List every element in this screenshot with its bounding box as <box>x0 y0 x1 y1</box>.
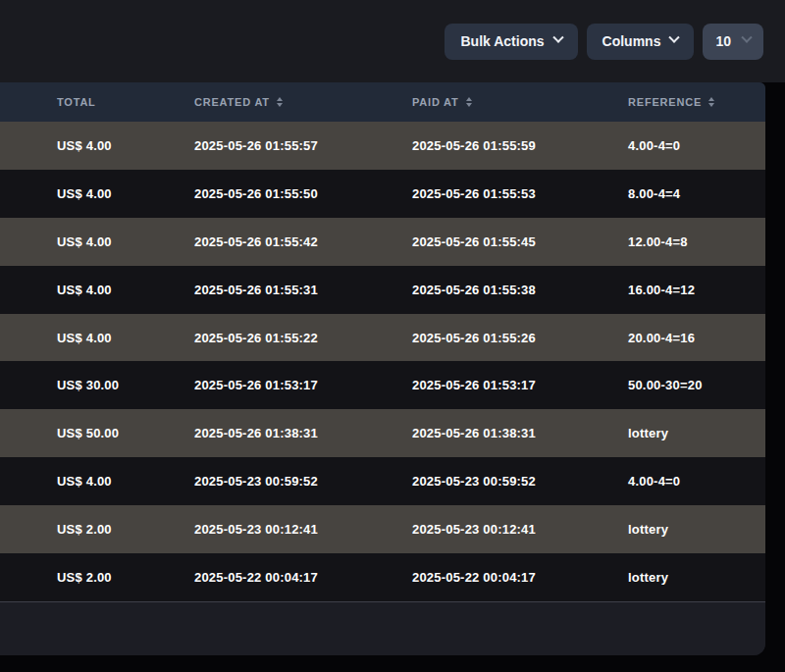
cell-total: US$ 2.00 <box>57 570 194 585</box>
sort-icon <box>708 97 714 107</box>
cell-reference: 16.00-4=12 <box>628 283 765 297</box>
table-row[interactable]: US$ 2.00 2025-05-22 00:04:17 2025-05-22 … <box>0 553 765 601</box>
cell-total: US$ 4.00 <box>57 138 194 153</box>
cell-reference: 20.00-4=16 <box>628 331 765 345</box>
chevron-down-icon <box>741 32 752 43</box>
sort-icon <box>277 97 283 107</box>
columns-label: Columns <box>602 33 661 49</box>
cell-reference: lottery <box>628 522 765 537</box>
column-header-reference[interactable]: Reference <box>628 96 765 108</box>
bulk-actions-label: Bulk Actions <box>460 33 544 49</box>
cell-paid-at: 2025-05-23 00:12:41 <box>412 522 628 537</box>
table-header-row: Total Created At Paid At Reference <box>0 82 765 122</box>
table-row[interactable]: US$ 4.00 2025-05-23 00:59:52 2025-05-23 … <box>0 457 765 505</box>
cell-created-at: 2025-05-26 01:55:42 <box>194 234 412 249</box>
cell-reference: lottery <box>628 570 765 585</box>
column-header-total: Total <box>57 96 194 108</box>
cell-total: US$ 30.00 <box>57 378 194 392</box>
cell-paid-at: 2025-05-23 00:59:52 <box>412 474 628 489</box>
table-row[interactable]: US$ 4.00 2025-05-26 01:55:42 2025-05-26 … <box>0 218 765 266</box>
column-header-created-at[interactable]: Created At <box>194 96 412 108</box>
cell-reference: 50.00-30=20 <box>628 378 765 392</box>
table-footer <box>0 601 765 655</box>
cell-total: US$ 4.00 <box>57 186 194 201</box>
table-row[interactable]: US$ 4.00 2025-05-26 01:55:31 2025-05-26 … <box>0 266 765 314</box>
chevron-down-icon <box>669 32 680 43</box>
chevron-down-icon <box>552 32 563 43</box>
cell-created-at: 2025-05-26 01:55:22 <box>194 331 412 345</box>
column-header-paid-at[interactable]: Paid At <box>412 96 628 108</box>
cell-reference: lottery <box>628 426 765 440</box>
cell-total: US$ 2.00 <box>57 522 194 537</box>
cell-total: US$ 4.00 <box>57 331 194 345</box>
cell-created-at: 2025-05-23 00:12:41 <box>194 522 412 537</box>
cell-reference: 4.00-4=0 <box>628 474 765 489</box>
columns-button[interactable]: Columns <box>587 24 695 60</box>
cell-reference: 4.00-4=0 <box>628 138 765 153</box>
column-header-label: Created At <box>194 96 270 108</box>
sort-icon <box>466 97 472 107</box>
cell-paid-at: 2025-05-26 01:53:17 <box>412 378 628 392</box>
cell-created-at: 2025-05-23 00:59:52 <box>194 474 412 489</box>
column-header-label: Total <box>57 96 96 108</box>
cell-created-at: 2025-05-26 01:38:31 <box>194 426 412 440</box>
cell-paid-at: 2025-05-26 01:38:31 <box>412 426 628 440</box>
cell-paid-at: 2025-05-22 00:04:17 <box>412 570 628 585</box>
table-row[interactable]: US$ 50.00 2025-05-26 01:38:31 2025-05-26… <box>0 409 765 457</box>
table-row[interactable]: US$ 4.00 2025-05-26 01:55:50 2025-05-26 … <box>0 170 765 218</box>
cell-paid-at: 2025-05-26 01:55:45 <box>412 234 628 249</box>
cell-paid-at: 2025-05-26 01:55:26 <box>412 331 628 345</box>
payments-table-card: Total Created At Paid At Reference US$ 4… <box>0 82 765 655</box>
cell-created-at: 2025-05-22 00:04:17 <box>194 570 412 585</box>
bulk-actions-button[interactable]: Bulk Actions <box>445 24 577 60</box>
table-row[interactable]: US$ 2.00 2025-05-23 00:12:41 2025-05-23 … <box>0 505 765 553</box>
column-header-label: Reference <box>628 96 702 108</box>
cell-created-at: 2025-05-26 01:55:50 <box>194 186 412 201</box>
table-row[interactable]: US$ 30.00 2025-05-26 01:53:17 2025-05-26… <box>0 361 765 409</box>
table-row[interactable]: US$ 4.00 2025-05-26 01:55:22 2025-05-26 … <box>0 314 765 362</box>
table-body: US$ 4.00 2025-05-26 01:55:57 2025-05-26 … <box>0 122 765 601</box>
cell-reference: 8.00-4=4 <box>628 186 765 201</box>
table-row[interactable]: US$ 4.00 2025-05-26 01:55:57 2025-05-26 … <box>0 122 765 170</box>
cell-paid-at: 2025-05-26 01:55:59 <box>412 138 628 153</box>
cell-paid-at: 2025-05-26 01:55:38 <box>412 283 628 297</box>
cell-total: US$ 50.00 <box>57 426 194 440</box>
cell-total: US$ 4.00 <box>57 283 194 297</box>
toolbar: Bulk Actions Columns 10 <box>0 0 785 82</box>
cell-reference: 12.00-4=8 <box>628 234 765 249</box>
cell-created-at: 2025-05-26 01:55:57 <box>194 138 412 153</box>
cell-total: US$ 4.00 <box>57 234 194 249</box>
column-header-label: Paid At <box>412 96 459 108</box>
cell-created-at: 2025-05-26 01:55:31 <box>194 283 412 297</box>
page-size-select[interactable]: 10 <box>703 24 763 60</box>
page-size-value: 10 <box>715 33 731 49</box>
cell-total: US$ 4.00 <box>57 474 194 489</box>
cell-created-at: 2025-05-26 01:53:17 <box>194 378 412 392</box>
cell-paid-at: 2025-05-26 01:55:53 <box>412 186 628 201</box>
